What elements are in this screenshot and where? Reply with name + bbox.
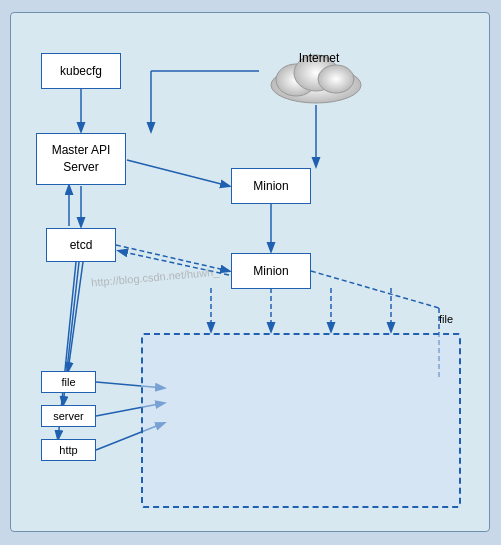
http-box: http: [41, 439, 96, 461]
server-label: server: [53, 410, 84, 422]
diagram-container: Internet kubecfg Master APIServer etcd M…: [10, 12, 490, 532]
etcd-box: etcd: [46, 228, 116, 262]
file-right-label: file: [439, 313, 453, 325]
http-label: http: [59, 444, 77, 456]
internet-label: Internet: [279, 51, 359, 65]
svg-point-25: [318, 65, 354, 93]
svg-line-10: [311, 271, 439, 308]
master-label: Master APIServer: [52, 142, 111, 176]
minion2-box: Minion: [231, 253, 311, 289]
minion1-label: Minion: [253, 179, 288, 193]
server-box: server: [41, 405, 96, 427]
minion-container: Kubelet Proxy Pod Container Container Po…: [141, 333, 461, 508]
file-left-label: file: [61, 376, 75, 388]
svg-line-19: [68, 262, 83, 371]
svg-line-1: [127, 160, 229, 186]
master-box: Master APIServer: [36, 133, 126, 185]
watermark: http://blog.csdn.net/huwh_: [91, 265, 220, 288]
cloud-shape: [261, 35, 371, 105]
kubecfg-box: kubecfg: [41, 53, 121, 89]
etcd-label: etcd: [70, 238, 93, 252]
file-left-box: file: [41, 371, 96, 393]
minion2-label: Minion: [253, 264, 288, 278]
minion1-box: Minion: [231, 168, 311, 204]
kubecfg-label: kubecfg: [60, 64, 102, 78]
